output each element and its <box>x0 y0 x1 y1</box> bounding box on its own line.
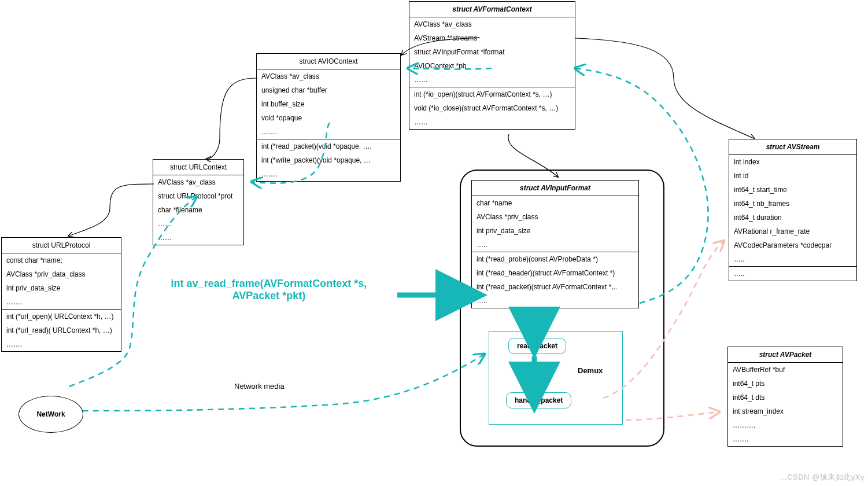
uml-avformatcontext: struct AVFormatContext AVClass *av_class… <box>409 1 575 130</box>
field: AVClass *av_class <box>409 17 575 31</box>
field: int64_t duration <box>729 211 856 224</box>
field: int index <box>729 155 856 169</box>
field: struct URLProtocol *prot <box>153 189 243 203</box>
title: struct URLProtocol <box>2 238 121 253</box>
field: AVClass *av_class <box>153 175 243 189</box>
section: const char *name; AVClass *priv_data_cla… <box>2 253 121 310</box>
field: int (*read_header)(struct AVFormatContex… <box>472 266 638 280</box>
field: int id <box>729 169 856 183</box>
pill-read-packet: read_packet <box>508 338 566 354</box>
field: ….. <box>472 238 638 252</box>
field: ……. <box>2 337 121 351</box>
field: ….. <box>472 294 638 308</box>
field: const char *name; <box>2 253 121 267</box>
field: AVStream **streams <box>409 31 575 45</box>
field: char *filename <box>153 203 243 217</box>
section: AVClass *av_class AVStream **streams str… <box>409 17 575 87</box>
watermark: …CSDN @猿来如此yXy <box>780 472 865 483</box>
field: int64_t pts <box>728 377 843 391</box>
field: AVClass *av_class <box>257 69 400 83</box>
section: int index int id int64_t start_time int6… <box>729 155 856 267</box>
field: ……. <box>2 295 121 309</box>
title: struct AVFormatContext <box>409 2 575 17</box>
function-signature: int av_read_frame(AVFormatContext *s, AV… <box>145 278 393 302</box>
section: int (*read_probe)(const AVProbeData *) i… <box>472 252 638 308</box>
uml-avpacket: struct AVPacket AVBufferRef *buf int64_t… <box>727 347 843 447</box>
field: int priv_data_size <box>472 224 638 238</box>
field: int priv_data_size <box>2 281 121 295</box>
uml-avinputformat: struct AVInputFormat char *name AVClass … <box>471 180 639 308</box>
pill-handle-packet: handle_packet <box>506 392 571 408</box>
field: …… <box>153 231 243 245</box>
field: AVCodecParameters *codecpar <box>729 238 856 252</box>
field: char *name <box>472 196 638 210</box>
field: int (*url_open)( URLContext *h, …) <box>2 310 121 323</box>
title: struct AVPacket <box>728 347 843 363</box>
label-network-media: Network media <box>234 382 285 391</box>
field: int64_t nb_frames <box>729 197 856 211</box>
section: int (*io_open)(struct AVFormatContext *s… <box>409 87 575 129</box>
field: ……. <box>257 125 400 139</box>
network-label: NetWork <box>36 410 65 418</box>
field: ……. <box>728 432 843 446</box>
field: int (*read_probe)(const AVProbeData *) <box>472 252 638 266</box>
network-ellipse: NetWork <box>19 396 83 433</box>
field: …… <box>409 73 575 87</box>
field: struct AVInputFormat *iformat <box>409 45 575 59</box>
field: ….. <box>729 252 856 266</box>
field: int stream_index <box>728 404 843 418</box>
title: struct URLContext <box>153 160 243 175</box>
uml-urlprotocol: struct URLProtocol const char *name; AVC… <box>1 237 121 352</box>
section: int (*url_open)( URLContext *h, …) int (… <box>2 310 121 351</box>
field: int (*io_open)(struct AVFormatContext *s… <box>409 87 575 101</box>
field: void (*io_close)(struct AVFormatContext … <box>409 101 575 115</box>
title: struct AVStream <box>729 139 856 155</box>
section: AVClass *av_class struct URLProtocol *pr… <box>153 175 243 245</box>
section: char *name AVClass *priv_class int priv_… <box>472 196 638 252</box>
section: AVBufferRef *buf int64_t pts int64_t dts… <box>728 363 843 446</box>
sig-line2: AVPacket *pkt) <box>145 290 393 302</box>
field: ….. <box>729 267 856 281</box>
uml-aviocontext: struct AVIOContext AVClass *av_class uns… <box>256 53 401 182</box>
field: int buffer_size <box>257 97 400 111</box>
field: void *opaque <box>257 111 400 125</box>
demux-label: Demux <box>578 366 603 375</box>
title: struct AVInputFormat <box>472 181 638 196</box>
sig-line1: int av_read_frame(AVFormatContext *s, <box>145 278 393 290</box>
field: ………. <box>728 418 843 432</box>
section: ….. <box>729 267 856 281</box>
field: int64_t dts <box>728 391 843 404</box>
field: …… <box>153 217 243 231</box>
field: AVIOContext *pb <box>409 59 575 73</box>
field: AVBufferRef *buf <box>728 363 843 377</box>
section: AVClass *av_class unsigned char *buffer … <box>257 69 400 139</box>
field: int (*read_packet)(void *opaque, …. <box>257 139 400 153</box>
field: …… <box>409 115 575 129</box>
field: AVClass *priv_data_class <box>2 267 121 281</box>
field: unsigned char *buffer <box>257 83 400 97</box>
title: struct AVIOContext <box>257 54 400 69</box>
field: int (*write_packet)(void *opaque, … <box>257 153 400 167</box>
uml-urlcontext: struct URLContext AVClass *av_class stru… <box>153 159 244 245</box>
field: AVRational r_frame_rate <box>729 224 856 238</box>
field: int (*url_read)( URLContext *h, …) <box>2 323 121 337</box>
field: int64_t start_time <box>729 183 856 197</box>
field: AVClass *priv_class <box>472 210 638 224</box>
field: int (*read_packet)(struct AVFormatContex… <box>472 280 638 294</box>
uml-avstream: struct AVStream int index int id int64_t… <box>729 139 857 281</box>
field: ……. <box>257 167 400 181</box>
section: int (*read_packet)(void *opaque, …. int … <box>257 139 400 181</box>
